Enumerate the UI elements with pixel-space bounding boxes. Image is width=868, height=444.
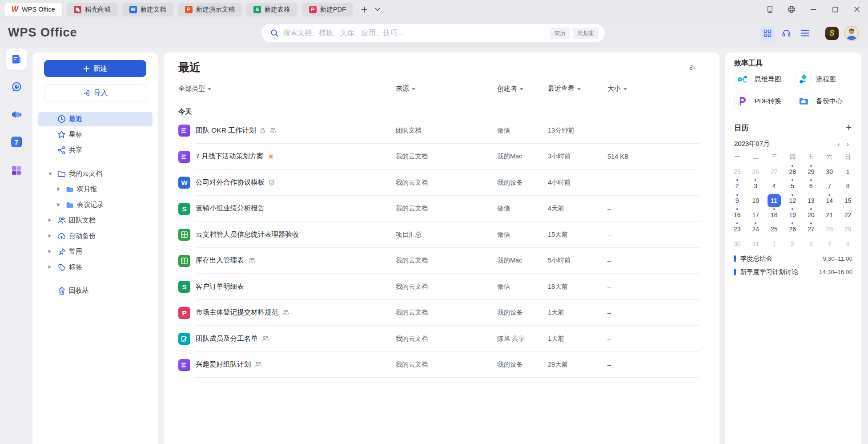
tool-mindmap[interactable]: 思维导图 — [734, 71, 793, 87]
tab-doc-3[interactable]: P新建演示文稿 — [178, 3, 242, 16]
calendar-day[interactable]: 14 — [820, 194, 839, 208]
calendar-day[interactable]: 5 — [784, 179, 802, 193]
calendar-event[interactable]: 季度总结会9:30–11:00 — [734, 252, 852, 265]
calendar-prev-button[interactable]: ‹ — [834, 140, 843, 148]
caret-right-icon[interactable] — [48, 265, 51, 269]
support-headset-button[interactable] — [779, 26, 794, 41]
calendar-day[interactable]: 28 — [820, 222, 839, 236]
globe-icon[interactable] — [787, 4, 796, 14]
search-bar[interactable]: 搜索文档、模板、文库、应用、技巧... 简历 策划案 — [261, 24, 605, 42]
file-row[interactable]: 库存出入管理表我的云文档我的Mac5小时前– — [164, 248, 719, 274]
caret-right-icon[interactable] — [57, 187, 60, 191]
file-row[interactable]: 云文档管人员信息统计表理器验收项目汇总微信15天前– — [164, 222, 719, 248]
caret-right-icon[interactable] — [48, 250, 51, 253]
new-tab-button[interactable] — [361, 6, 368, 13]
filter-2[interactable]: 来源 — [396, 85, 415, 93]
sidebar-item-4[interactable]: 我的云文档 — [32, 166, 158, 182]
calendar-day[interactable]: 29 — [839, 222, 857, 236]
calendar-day[interactable]: 12 — [784, 194, 802, 208]
device-sync-icon[interactable] — [765, 4, 775, 14]
calendar-day[interactable]: 22 — [839, 208, 857, 222]
calendar-day[interactable]: 18 — [765, 208, 784, 222]
calendar-day[interactable]: 2 — [784, 236, 802, 250]
calendar-day[interactable]: 26 — [747, 165, 765, 179]
tab-doc-5[interactable]: P新建PDF — [302, 3, 353, 16]
sidebar-item-11[interactable]: 回收站 — [32, 283, 158, 299]
tool-flowchart[interactable]: 流程图 — [796, 71, 854, 87]
settings-gear-icon[interactable] — [687, 64, 695, 73]
calendar-event[interactable]: 新季度学习计划讨论14:30–16:00 — [734, 265, 852, 279]
sidebar-item-5[interactable]: 双月报 — [32, 182, 158, 197]
calendar-day[interactable]: 23 — [728, 222, 747, 236]
calendar-day[interactable]: 25 — [728, 165, 747, 179]
tab-doc-1[interactable]: 稻壳商城 — [67, 3, 118, 16]
calendar-day[interactable]: 27 — [802, 222, 820, 236]
file-row[interactable]: 团队 OKR 工作计划团队文档微信13分钟前– — [164, 117, 719, 144]
calendar-day[interactable]: 3 — [747, 179, 765, 193]
sidebar-item-9[interactable]: 常用 — [32, 244, 158, 259]
calendar-day[interactable]: 3 — [802, 236, 820, 250]
calendar-day[interactable]: 4 — [820, 236, 839, 250]
tool-pdfconv[interactable]: PDF转换 — [734, 93, 793, 109]
rail-chat-icon[interactable] — [6, 76, 27, 97]
calendar-day[interactable]: 7 — [820, 179, 839, 193]
sidebar-item-1[interactable]: 最近 — [32, 111, 158, 127]
calendar-day[interactable]: 1 — [765, 236, 784, 250]
close-button[interactable] — [852, 4, 862, 14]
calendar-day[interactable]: 2 — [728, 179, 747, 193]
calendar-day[interactable]: 15 — [839, 194, 857, 208]
sidebar-item-8[interactable]: 自动备份 — [32, 228, 158, 244]
apps-grid-button[interactable] — [760, 26, 775, 41]
calendar-day[interactable]: 8 — [839, 179, 857, 193]
calendar-next-button[interactable]: › — [843, 140, 852, 148]
calendar-day[interactable]: 19 — [784, 208, 802, 222]
calendar-day[interactable]: 24 — [747, 222, 765, 236]
tab-doc-4[interactable]: S新建表格 — [246, 3, 297, 16]
membership-badge[interactable]: S — [825, 27, 839, 40]
minimize-button[interactable] — [808, 4, 818, 14]
calendar-day[interactable]: 26 — [784, 222, 802, 236]
sidebar-item-10[interactable]: 标签 — [32, 259, 158, 275]
filter-3[interactable]: 创建者 — [497, 85, 523, 93]
calendar-day[interactable]: 20 — [802, 208, 820, 222]
calendar-day-selected[interactable]: 11 — [765, 194, 784, 208]
search-tag-resume[interactable]: 简历 — [550, 28, 570, 39]
calendar-day[interactable]: 25 — [765, 222, 784, 236]
sidebar-item-2[interactable]: 星标 — [32, 127, 158, 142]
maximize-button[interactable] — [830, 4, 840, 14]
calendar-day[interactable]: 5 — [839, 236, 857, 250]
add-event-button[interactable]: + — [846, 123, 852, 133]
sidebar-item-7[interactable]: 团队文档 — [32, 213, 158, 228]
calendar-day[interactable]: 10 — [747, 194, 765, 208]
filter-1[interactable]: 全部类型 — [178, 85, 211, 93]
calendar-day[interactable]: 29 — [802, 165, 820, 179]
calendar-day[interactable]: 9 — [728, 194, 747, 208]
sidebar-item-6[interactable]: 会议记录 — [32, 197, 158, 213]
tab-home[interactable]: WWPS Office — [4, 3, 62, 16]
calendar-day[interactable]: 31 — [747, 236, 765, 250]
calendar-day[interactable]: 28 — [784, 165, 802, 179]
caret-right-icon[interactable] — [57, 203, 60, 206]
rail-calendar-icon[interactable]: 7 — [6, 131, 27, 153]
calendar-day[interactable]: 30 — [728, 236, 747, 250]
rail-documents-icon[interactable] — [6, 48, 27, 70]
calendar-day[interactable]: 21 — [820, 208, 839, 222]
search-tag-plan[interactable]: 策划案 — [573, 28, 599, 39]
user-avatar[interactable] — [844, 26, 859, 41]
file-row[interactable]: S客户订单明细表我的云文档微信18天前– — [164, 274, 719, 300]
filter-4[interactable]: 最近查看 — [548, 85, 581, 93]
rail-meetings-icon[interactable] — [6, 105, 27, 126]
filter-5[interactable]: 大小 — [607, 85, 627, 93]
global-menu-button[interactable] — [797, 26, 812, 41]
new-document-button[interactable]: 新建 — [44, 60, 146, 77]
file-row[interactable]: 7 月线下活动策划方案我的云文档我的Mac3小时前514 KB — [164, 144, 719, 170]
import-button[interactable]: 导入 — [44, 85, 146, 101]
tab-doc-2[interactable]: W新建文档 — [122, 3, 173, 16]
file-row[interactable]: W公司对外合作协议模板我的云文档我的设备4小时前– — [164, 170, 719, 196]
calendar-day[interactable]: 6 — [802, 179, 820, 193]
calendar-day[interactable]: 27 — [765, 165, 784, 179]
file-row[interactable]: 团队成员及分工名单我的云文档陈旭 共享1天前– — [164, 326, 719, 352]
calendar-day[interactable]: 4 — [765, 179, 784, 193]
caret-right-icon[interactable] — [48, 234, 51, 238]
caret-right-icon[interactable] — [48, 218, 51, 222]
